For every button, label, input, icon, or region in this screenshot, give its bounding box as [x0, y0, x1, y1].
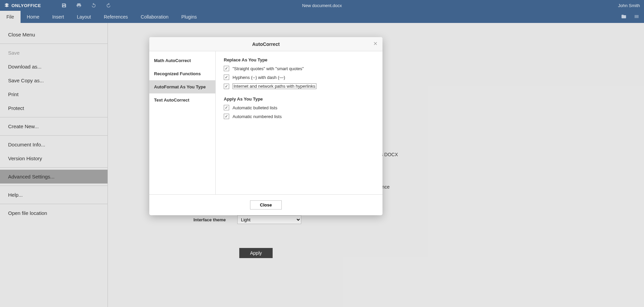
dialog-body: Math AutoCorrectRecognized FunctionsAuto…	[149, 51, 382, 194]
dialog-content: Replace As You Type "Straight quotes" wi…	[216, 51, 382, 194]
checkbox-label: Internet and network paths with hyperlin…	[233, 83, 316, 89]
dialog-tab[interactable]: Text AutoCorrect	[149, 93, 215, 107]
dialog-tab[interactable]: Recognized Functions	[149, 67, 215, 80]
checkbox-label: Hyphens (--) with dash (—)	[233, 75, 285, 80]
checkbox-row: Internet and network paths with hyperlin…	[224, 83, 374, 89]
autocorrect-dialog: AutoCorrect Math AutoCorrectRecognized F…	[149, 37, 382, 215]
dialog-sidebar-tabs: Math AutoCorrectRecognized FunctionsAuto…	[149, 51, 216, 194]
checkbox-label: Automatic bulleted lists	[233, 105, 277, 110]
dialog-tab[interactable]: Math AutoCorrect	[149, 54, 215, 67]
section-apply-title: Apply As You Type	[224, 96, 374, 102]
checkbox[interactable]	[224, 66, 229, 71]
checkbox-row: Automatic numbered lists	[224, 114, 374, 119]
dialog-header: AutoCorrect	[149, 37, 382, 51]
checkbox-row: Automatic bulleted lists	[224, 105, 374, 110]
checkbox[interactable]	[224, 105, 229, 110]
checkbox[interactable]	[224, 84, 229, 89]
checkbox-row: Hyphens (--) with dash (—)	[224, 75, 374, 80]
checkbox-label: "Straight quotes" with "smart quotes"	[233, 66, 304, 71]
dialog-tab[interactable]: AutoFormat As You Type	[149, 80, 215, 93]
section-replace-title: Replace As You Type	[224, 57, 374, 62]
dialog-title: AutoCorrect	[252, 41, 280, 47]
dialog-footer: Close	[149, 194, 382, 215]
close-icon[interactable]	[373, 41, 378, 47]
checkbox[interactable]	[224, 114, 229, 119]
checkbox-label: Automatic numbered lists	[233, 114, 282, 119]
close-button[interactable]: Close	[250, 200, 281, 210]
checkbox-row: "Straight quotes" with "smart quotes"	[224, 66, 374, 71]
checkbox[interactable]	[224, 75, 229, 80]
